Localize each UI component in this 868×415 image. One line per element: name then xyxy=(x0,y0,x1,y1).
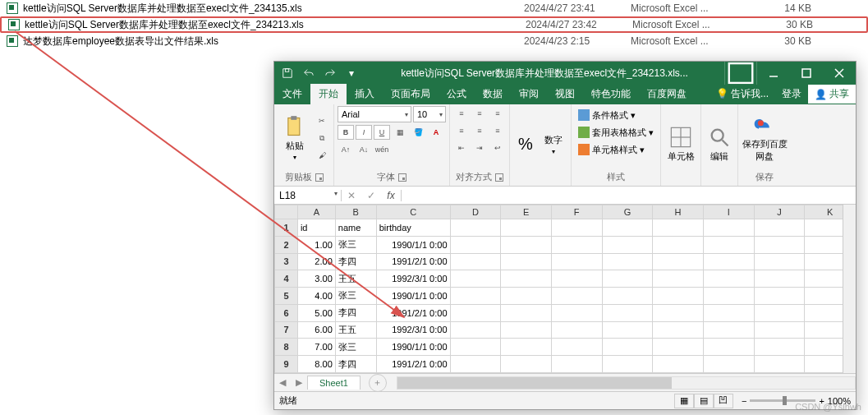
column-header[interactable]: D xyxy=(450,205,501,219)
cell[interactable] xyxy=(754,304,805,321)
fx-icon[interactable]: fx xyxy=(381,190,401,201)
cell[interactable] xyxy=(450,219,501,237)
cell[interactable] xyxy=(602,270,653,288)
fill-color-button[interactable]: 🪣 xyxy=(410,125,426,140)
wrap-icon[interactable]: ↩ xyxy=(489,141,506,155)
row-header[interactable]: 9 xyxy=(275,356,298,373)
row-header[interactable]: 8 xyxy=(275,339,298,356)
cell[interactable] xyxy=(501,321,552,339)
row-header[interactable]: 2 xyxy=(275,236,298,253)
indent-dec-icon[interactable]: ⇤ xyxy=(453,141,470,155)
cell[interactable] xyxy=(653,288,704,305)
cell[interactable] xyxy=(602,253,653,270)
align-top-icon[interactable]: ≡ xyxy=(453,106,470,121)
cell[interactable] xyxy=(602,219,653,237)
cell[interactable]: 1991/2/1 0:00 xyxy=(376,356,450,373)
increase-font-icon[interactable]: A↑ xyxy=(338,142,354,157)
add-sheet-button[interactable]: ＋ xyxy=(369,374,387,392)
cell[interactable] xyxy=(653,270,704,288)
column-header[interactable]: C xyxy=(376,205,450,219)
file-row[interactable]: 达梦数据库employee数据表导出文件结果.xls 2024/4/23 2:1… xyxy=(0,33,868,49)
qat-dropdown-icon[interactable]: ▾ xyxy=(342,64,361,82)
column-header[interactable]: I xyxy=(703,205,754,219)
cell[interactable]: 4.00 xyxy=(297,288,335,305)
cell[interactable] xyxy=(602,236,653,253)
column-header[interactable]: H xyxy=(653,205,704,219)
cell[interactable]: 李四 xyxy=(335,304,376,321)
align-left-icon[interactable]: ≡ xyxy=(453,123,470,138)
cell[interactable] xyxy=(653,304,704,321)
tab-layout[interactable]: 页面布局 xyxy=(383,84,439,104)
redo-icon[interactable] xyxy=(320,64,340,82)
row-header[interactable]: 3 xyxy=(275,253,298,270)
cell[interactable] xyxy=(653,219,704,237)
row-header[interactable]: 7 xyxy=(275,321,298,339)
view-break-icon[interactable]: 凹 xyxy=(714,394,733,408)
cell[interactable] xyxy=(501,236,552,253)
percent-button[interactable]: % xyxy=(513,115,538,174)
cell[interactable]: 王五 xyxy=(335,321,376,339)
cell[interactable] xyxy=(501,253,552,270)
cell[interactable]: 2.00 xyxy=(297,253,335,270)
cell[interactable]: 1991/2/1 0:00 xyxy=(376,304,450,321)
align-right-icon[interactable]: ≡ xyxy=(489,123,506,138)
font-name-select[interactable]: Arial xyxy=(338,106,411,122)
row-header[interactable]: 5 xyxy=(275,288,298,305)
edit-button[interactable]: 编辑 xyxy=(705,115,734,174)
file-row[interactable]: kettle访问SQL Server数据库并处理数据至execl文件_23421… xyxy=(0,16,868,33)
select-all-corner[interactable] xyxy=(275,205,298,219)
cell[interactable] xyxy=(551,219,602,237)
launcher-icon[interactable] xyxy=(315,173,324,182)
cell[interactable]: 张三 xyxy=(335,288,376,305)
cell[interactable] xyxy=(703,339,754,356)
cell[interactable] xyxy=(501,219,552,237)
sheet-nav-prev-icon[interactable]: ◀ xyxy=(274,377,291,388)
login-button[interactable]: 登录 xyxy=(775,84,808,104)
cell[interactable] xyxy=(754,236,805,253)
cell[interactable]: 3.00 xyxy=(297,270,335,288)
undo-icon[interactable] xyxy=(299,64,319,82)
font-color-button[interactable]: A xyxy=(428,125,444,140)
cell[interactable] xyxy=(551,253,602,270)
column-header[interactable]: A xyxy=(297,205,335,219)
cut-icon[interactable]: ✂ xyxy=(314,113,330,128)
align-bot-icon[interactable]: ≡ xyxy=(489,106,506,121)
number-format-button[interactable]: 数字▾ xyxy=(540,115,567,174)
cell[interactable] xyxy=(703,321,754,339)
cell[interactable]: 王五 xyxy=(335,270,376,288)
cell[interactable] xyxy=(703,288,754,305)
tab-baidu[interactable]: 百度网盘 xyxy=(639,84,695,104)
column-header[interactable]: B xyxy=(335,205,376,219)
cell[interactable] xyxy=(754,321,805,339)
horizontal-scrollbar[interactable] xyxy=(397,376,856,390)
cell[interactable] xyxy=(551,339,602,356)
tab-data[interactable]: 数据 xyxy=(475,84,511,104)
name-box[interactable]: L18 xyxy=(274,190,342,201)
close-button[interactable] xyxy=(823,62,856,85)
minimize-button[interactable] xyxy=(757,62,790,85)
cell[interactable] xyxy=(653,236,704,253)
enter-fx-icon[interactable]: ✓ xyxy=(361,190,381,201)
italic-button[interactable]: I xyxy=(356,125,372,140)
cell[interactable]: 张三 xyxy=(335,339,376,356)
tab-special[interactable]: 特色功能 xyxy=(583,84,639,104)
ribbon-display-icon[interactable] xyxy=(724,62,757,85)
format-painter-icon[interactable]: 🖌 xyxy=(314,148,330,163)
cell[interactable] xyxy=(450,321,501,339)
vertical-scrollbar[interactable] xyxy=(843,205,856,373)
underline-button[interactable]: U xyxy=(374,125,390,140)
cell[interactable] xyxy=(703,253,754,270)
row-header[interactable]: 1 xyxy=(275,219,298,237)
copy-icon[interactable]: ⧉ xyxy=(314,131,330,145)
tab-file[interactable]: 文件 xyxy=(274,84,310,104)
cell[interactable] xyxy=(703,236,754,253)
cell[interactable] xyxy=(653,253,704,270)
launcher-icon[interactable] xyxy=(495,173,503,182)
maximize-button[interactable] xyxy=(790,62,823,85)
cell[interactable] xyxy=(703,219,754,237)
cell[interactable] xyxy=(450,270,501,288)
column-header[interactable]: E xyxy=(501,205,552,219)
decrease-font-icon[interactable]: A↓ xyxy=(356,142,372,157)
cell[interactable] xyxy=(450,288,501,305)
cell[interactable] xyxy=(754,288,805,305)
